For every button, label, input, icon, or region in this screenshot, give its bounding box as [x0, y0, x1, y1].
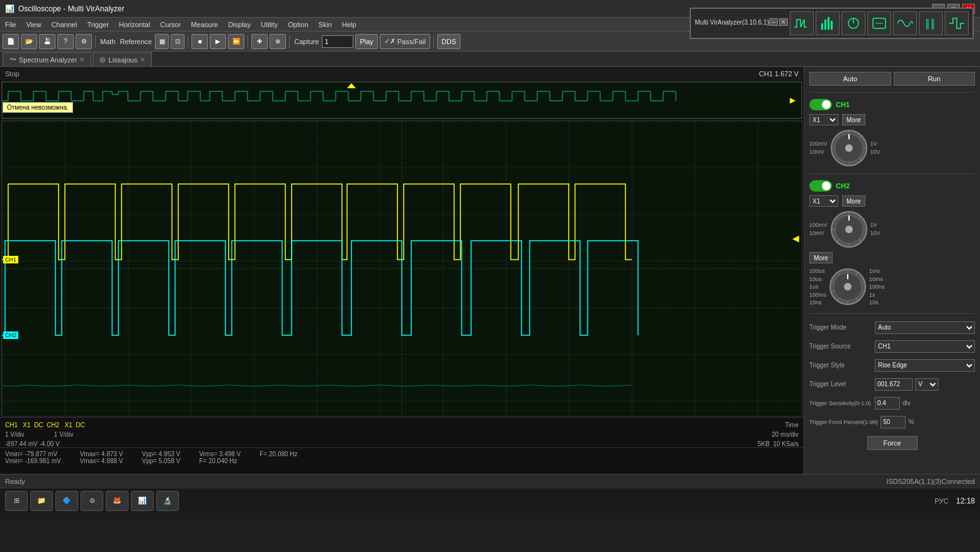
menu-channel[interactable]: Channel	[48, 21, 79, 28]
trigger-source-select[interactable]: CH1CH2EXT	[875, 340, 975, 353]
stop-status: Stop	[5, 70, 20, 78]
trigger-front-input[interactable]	[880, 416, 906, 428]
inst-scope[interactable]	[790, 11, 814, 35]
ch2-knob-svg[interactable]	[830, 210, 868, 248]
ch2-knob-labels: 100mV 10mV	[809, 221, 828, 237]
trigger-level-input[interactable]	[875, 378, 913, 391]
timebase-knob-svg[interactable]	[829, 268, 867, 306]
overview-trigger-right: ▶	[790, 96, 795, 105]
menu-file[interactable]: File	[3, 21, 19, 28]
app2-button[interactable]: 🔬	[156, 491, 179, 511]
ch2-v1: 1V	[870, 221, 880, 229]
help-button[interactable]: ?	[57, 34, 74, 49]
edge-button[interactable]: 🔷	[55, 491, 78, 511]
app-icon: 📊	[5, 4, 14, 13]
ch2-v10v: 10V	[870, 229, 880, 238]
svg-text:║║: ║║	[925, 18, 935, 30]
run-button[interactable]: Run	[894, 72, 976, 86]
tab-spectrum-analyzer[interactable]: 〜 Spectrum Analyzer ✕	[3, 52, 91, 66]
float-close[interactable]: ✕	[779, 18, 788, 26]
single-button[interactable]: ⏩	[228, 34, 244, 49]
menu-trigger[interactable]: Trigger	[84, 21, 111, 28]
vmin2: Vmin= -169.981 mV	[5, 457, 61, 464]
ch1-v10mv: 10mV	[809, 148, 828, 156]
inst-counter[interactable]: ║║	[919, 11, 943, 35]
trigger-style-row: Trigger Style Rise EdgeFall Edge	[809, 359, 975, 372]
browser-button[interactable]: 🦊	[106, 491, 128, 511]
menu-cursor[interactable]: Cursor	[157, 21, 183, 28]
passfail-label: Pass/Fail	[397, 38, 426, 45]
stop-button[interactable]: ■	[191, 34, 208, 49]
trigger-level-marker: ◀	[792, 233, 799, 243]
ch2-knob-area: 100mV 10mV 1V	[809, 210, 975, 248]
play-button[interactable]: Play	[355, 34, 377, 49]
file-explorer[interactable]: 📁	[30, 491, 53, 511]
menu-view[interactable]: View	[24, 21, 44, 28]
inst-dds[interactable]	[945, 11, 969, 35]
timebase-more-button[interactable]: More	[809, 252, 833, 263]
ch2-more-button[interactable]: More	[842, 195, 865, 207]
capture-input[interactable]: 1	[322, 35, 353, 48]
trigger-level-unit-select[interactable]: VmV	[915, 378, 938, 391]
ch2-label: CH2	[836, 182, 850, 190]
trigger-sensitivity-label: Trigger Sensitivity(0-1.0)	[809, 400, 872, 406]
cursor-button[interactable]: ✚	[251, 34, 268, 49]
ch1-toggle[interactable]	[809, 99, 832, 110]
svg-point-30	[844, 283, 852, 290]
taskbar-time: 12:18	[956, 497, 975, 505]
tab-lissajous[interactable]: ◎ Lissajous ✕	[93, 52, 152, 66]
freq2: F= 20.040 Hz	[199, 457, 241, 464]
menu-measure[interactable]: Measure	[188, 21, 220, 28]
math-ref-button2[interactable]: ⊡	[171, 34, 185, 49]
math-ref-button1[interactable]: ▦	[155, 34, 169, 49]
ch2-attenuation-select[interactable]: X1X10X100	[809, 195, 838, 207]
passfail-button[interactable]: ✓✗ Pass/Fail	[380, 34, 430, 49]
cursor2-button[interactable]: ⊕	[270, 34, 286, 49]
float-minimize[interactable]: ─	[769, 18, 778, 26]
dds-button[interactable]: DDS	[437, 34, 460, 49]
auto-button[interactable]: Auto	[809, 72, 891, 86]
open-button[interactable]: 📂	[21, 34, 37, 49]
save-button[interactable]: 💾	[39, 34, 55, 49]
trigger-sensitivity-input[interactable]	[875, 397, 900, 410]
tab-lissajous-close[interactable]: ✕	[140, 56, 145, 63]
menu-utility[interactable]: Utility	[258, 21, 280, 28]
settings-button[interactable]: ⚙	[76, 34, 92, 49]
ch1-v10v: 10V	[870, 148, 880, 156]
trigger-style-label: Trigger Style	[809, 362, 872, 369]
menu-skin[interactable]: Skin	[316, 21, 334, 28]
ch2-toggle[interactable]	[809, 180, 832, 192]
ch1-knob-svg[interactable]	[830, 129, 868, 167]
tabs-bar: Отмена невозможна. 〜 Spectrum Analyzer ✕…	[0, 52, 980, 67]
ch1-marker: CH1	[3, 256, 18, 263]
menu-option[interactable]: Option	[285, 21, 311, 28]
new-button[interactable]: 📄	[3, 34, 19, 49]
force-button[interactable]: Force	[867, 436, 918, 450]
dds-icon	[948, 14, 966, 32]
right-panel: Auto Run CH1 X1X10X100 More 100mV 10mV	[804, 67, 980, 474]
tab-spectrum-close[interactable]: ✕	[79, 56, 84, 63]
vpp2: Vpp= 5.058 V	[142, 457, 180, 464]
run-button[interactable]: ▶	[210, 34, 226, 49]
inst-analyzer[interactable]	[841, 11, 865, 35]
menu-help[interactable]: Help	[339, 21, 359, 28]
menu-display[interactable]: Display	[225, 21, 253, 28]
inst-wave[interactable]	[893, 11, 917, 35]
inst-spectrum[interactable]	[816, 11, 840, 35]
passfail-icon: ✓✗	[384, 37, 396, 45]
vmin1: Vmin= -79.877 mV	[5, 451, 61, 457]
start-button[interactable]: ⊞	[5, 491, 28, 511]
arduino-button[interactable]: ⊚	[81, 491, 103, 511]
ch1-attenuation-select[interactable]: X1X10X100	[809, 114, 838, 125]
trigger-style-select[interactable]: Rise EdgeFall Edge	[875, 359, 975, 372]
lissajous-icon: ◎	[100, 55, 106, 64]
scope-overview[interactable]: ▶	[1, 81, 802, 119]
trigger-mode-select[interactable]: AutoNormalSingle	[875, 321, 975, 334]
ch1-more-button[interactable]: More	[842, 114, 865, 125]
main-area: Stop CH1 1.672 V ▶	[0, 67, 980, 474]
app1-button[interactable]: 📊	[131, 491, 154, 511]
scope-grid[interactable]: CH1 CH2 ◀	[1, 120, 802, 417]
menu-horizontal[interactable]: Horizontal	[117, 21, 153, 28]
divider-3	[809, 313, 975, 314]
inst-meter[interactable]	[867, 11, 891, 35]
